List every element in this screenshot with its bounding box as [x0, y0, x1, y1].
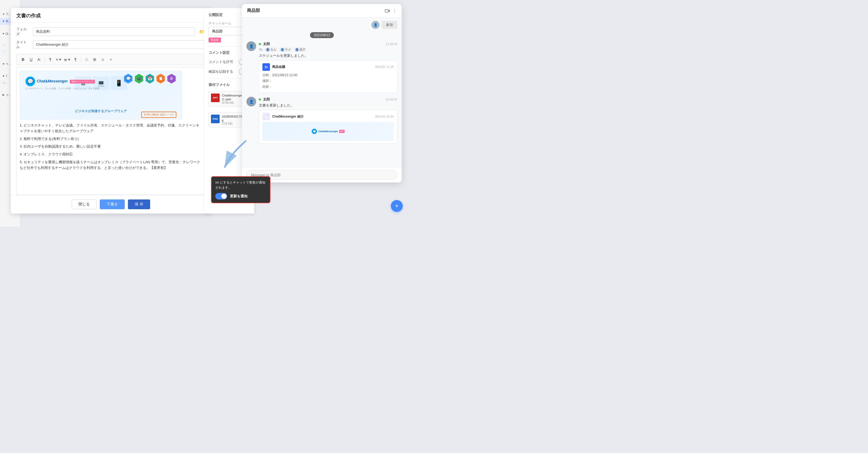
schedule-detail: 日時：2021/08/13 12:00 場所： 内容： — [262, 72, 394, 90]
join-message: 👤 参加 — [246, 21, 397, 29]
online-indicator-2 — [259, 98, 261, 101]
editor-toolbar: B U A: ¶ ≡ ▾ ≣ ▾ ¶ □ ⊞ ☺ + — [16, 54, 206, 65]
save-button[interactable]: 保 存 — [128, 199, 150, 209]
logo-subtitle: ビジネスチャット、テレビ会議、ファイル共有、スケジュール・タスク管理... — [25, 87, 101, 91]
mini-logo-text: Chat&Messenger — [318, 130, 338, 133]
message-row-2: 👤 太郎 15:34:27 文書を更新しました。 📄 ChatMessen — [246, 97, 397, 144]
sender-name-2: 太郎 — [259, 97, 270, 102]
table-button[interactable]: ⊞ — [91, 56, 98, 63]
online-indicator-1 — [259, 43, 261, 45]
list-button-1[interactable]: ≡ ▾ — [55, 56, 62, 63]
title-row: タイトル — [16, 40, 206, 50]
bold-button[interactable]: B — [20, 56, 26, 63]
list-item-3: 3. 社内ユーザを自動認識するため、難しい設定不要 — [20, 144, 202, 150]
sender-label-2: 太郎 — [263, 97, 270, 101]
tooltip-popup: on にするとチャットで更新が通知されます。 更新を通知 — [211, 176, 271, 203]
folder-row: フォルダ 📁 — [16, 27, 206, 36]
message-1-text: スケジュールを更新しました。 — [259, 53, 397, 59]
more-button[interactable]: + — [107, 56, 114, 63]
confirm-record-label: 確認を記録する — [209, 69, 233, 74]
schedule-card-name: 商品会議 — [272, 65, 285, 69]
comment-allow-label: コメントを許可 — [209, 60, 233, 64]
svg-marker-0 — [388, 10, 390, 12]
underline-button[interactable]: U — [28, 56, 34, 63]
list-item-5: 5. セキュリティを重視し機密情報を扱うチームはオンプレミス（プライベートLAN… — [20, 159, 202, 171]
close-button[interactable]: 閉じる — [72, 199, 97, 209]
mini-logo-icon: 💬 — [312, 129, 317, 134]
folder-input[interactable] — [33, 27, 195, 36]
update-notify-label: 更新を通知 — [230, 194, 248, 199]
devices-area: 💬 📹 📅 📋 🖥 — [123, 74, 176, 84]
dialog-header: 文書の作成 — [11, 8, 211, 23]
list-button-2[interactable]: ≣ ▾ — [63, 56, 71, 63]
logo-text-area: Chat&Messenger 無料グループウェア — [37, 78, 95, 85]
draft-button[interactable]: 下書き — [100, 199, 125, 209]
video-call-button[interactable] — [385, 8, 390, 13]
date-separator: 2021/08/13 — [246, 32, 397, 38]
update-notify-toggle[interactable] — [215, 193, 227, 199]
ppt-file-icon: PPT — [211, 94, 220, 102]
date-badge: 2021/08/13 — [310, 32, 334, 38]
join-button[interactable]: 参加 — [382, 21, 397, 29]
doc-card-header: 📄 ChatMessenger 紹介 08/13日 15:34 — [262, 113, 394, 120]
schedule-place: 場所： — [262, 78, 394, 84]
schedule-card: 31 商品会議 08/13日 11:28 日時：2021/08/13 12:00… — [259, 60, 397, 93]
schedule-datetime: 日時：2021/08/13 12:00 — [262, 72, 394, 78]
png-file-icon: PNG — [211, 115, 220, 123]
toolbar-sep-1 — [44, 57, 45, 62]
logo-name: Chat&Messenger — [37, 79, 68, 83]
font-size-button[interactable]: A: — [36, 56, 42, 63]
to-user-hanako: 👤 花子 — [293, 47, 307, 52]
to-line-1: To: 👤 カム 👤 マイ 👤 花子 — [259, 47, 397, 52]
taro-avatar-1: 👤 — [246, 41, 256, 51]
dialog-footer: 閉じる 下書き 保 存 — [11, 195, 211, 214]
hex-screen-icon: 🖥 — [166, 74, 176, 84]
title-input[interactable] — [33, 40, 206, 49]
mini-logo-badge: 無料 — [339, 130, 345, 133]
message-1-timestamp: 11:28:53 — [386, 42, 397, 46]
schedule-content: 内容： — [262, 84, 394, 90]
editor-banner-image: 💬 Chat&Messenger 無料グループウェア ビジネスチャット、テレビ会… — [20, 71, 182, 120]
more-options-button[interactable]: ⋮ — [393, 8, 397, 13]
logo-badge: 無料グループウェア — [70, 80, 95, 84]
message-2-timestamp: 15:34:27 — [386, 98, 397, 101]
doc-card-title-area: 📄 ChatMessenger 紹介 — [262, 113, 304, 120]
document-form: フォルダ 📁 タイトル — [11, 23, 211, 54]
hex-calendar-icon: 📅 — [145, 74, 155, 84]
hex-video-icon: 📹 — [134, 74, 144, 84]
logo-icon: 💬 — [25, 76, 35, 86]
chat-messages-area[interactable]: 👤 参加 2021/08/13 👤 太郎 11:28:53 To: — [242, 18, 402, 167]
quote-button[interactable]: ¶ — [72, 56, 79, 63]
schedule-card-title-area: 31 商品会議 — [262, 63, 285, 71]
page-button[interactable]: □ — [83, 56, 90, 63]
logo-area: 💬 Chat&Messenger 無料グループウェア — [25, 76, 95, 86]
list-item-2: 2. 無料で利用できる(有料プラン有り) — [20, 136, 202, 142]
fab-button[interactable]: + — [391, 200, 403, 212]
tooltip-text: on にするとチャットで更新が通知されます。 — [215, 180, 266, 190]
toolbar-sep-2 — [81, 57, 81, 62]
editor-list: 1. ビジネスチャット、テレビ会議、ファイル共有、スケジュール・タスク管理、会議… — [20, 123, 202, 171]
schedule-card-date: 08/13日 11:28 — [375, 65, 394, 69]
chat-window: 商品部 ⋮ 👤 参加 2021/08/13 👤 — [242, 4, 402, 183]
chatroom-tag: 商品部 — [209, 38, 221, 42]
kamu-icon: 👤 — [266, 48, 270, 52]
paragraph-button[interactable]: ¶ — [47, 56, 54, 63]
svg-rect-1 — [385, 9, 388, 12]
message-2-text: 文書を更新しました。 — [259, 103, 397, 108]
to-user-kamu: 👤 カム — [264, 47, 278, 52]
message-2-header: 太郎 15:34:27 — [259, 97, 397, 102]
sender-label-1: 太郎 — [263, 42, 270, 46]
folder-label: フォルダ — [16, 27, 30, 36]
hex-chat-icon: 💬 — [123, 74, 133, 84]
sender-name-1: 太郎 — [259, 41, 270, 46]
tooltip-toggle-row: 更新を通知 — [215, 193, 266, 199]
message-1-header: 太郎 11:28:53 — [259, 41, 397, 46]
hanako-icon: 👤 — [295, 48, 299, 52]
tagline-text: ビジネスが加速するグループウェア — [75, 108, 127, 114]
doc-card-file-icon: 📄 — [262, 113, 270, 120]
doc-card-title: ChatMessenger 紹介 — [272, 114, 304, 119]
emoji-button[interactable]: ☺ — [99, 56, 106, 63]
to-label: To: — [259, 48, 263, 52]
message-1-content: 太郎 11:28:53 To: 👤 カム 👤 マイ 👤 — [259, 41, 397, 93]
editor-area[interactable]: 💬 Chat&Messenger 無料グループウェア ビジネスチャット、テレビ会… — [16, 67, 206, 195]
